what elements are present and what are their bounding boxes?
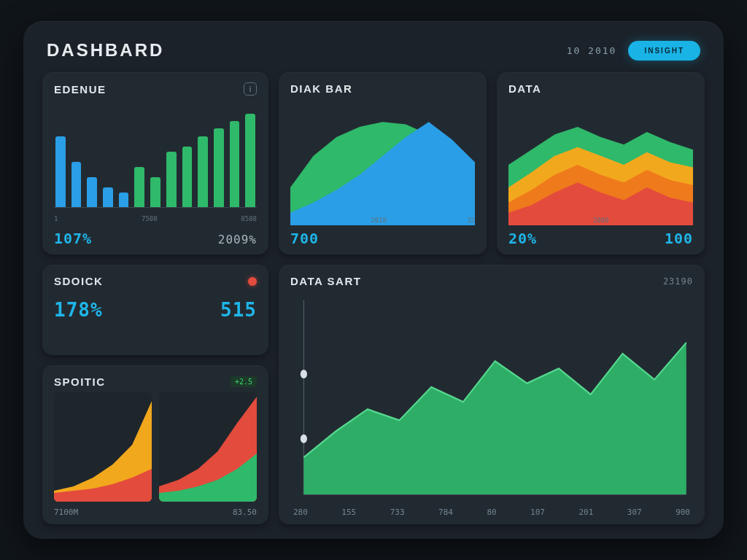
tick: 280 [293, 508, 308, 517]
card-head: DATA SART 23190 [290, 275, 693, 287]
bar [150, 177, 160, 208]
tick: 900 [676, 508, 690, 517]
tick: 15 [467, 217, 475, 224]
tick: 80 [487, 508, 496, 517]
tick: 201 [578, 508, 593, 517]
stat-left: 700 [290, 230, 319, 247]
spoitic-chart-left [54, 392, 152, 502]
axis-marker-icon [301, 435, 307, 443]
bar [182, 147, 193, 208]
stat-right: 100 [665, 230, 693, 247]
axis-line [54, 207, 257, 208]
card-edenue[interactable]: EDENUE i 1 7508 8508 107% 2009% [42, 72, 268, 254]
card-title: DIAK BAR [290, 82, 352, 95]
bar [55, 136, 66, 208]
card-diak-bar[interactable]: DIAK BAR 2018 15 700 [279, 72, 487, 254]
status-dot-icon [248, 277, 257, 286]
card-head: SPOITIC +2.5 [54, 376, 257, 388]
card-footer: 178% 515 [54, 299, 257, 321]
card-footer: 20% 100 [508, 225, 693, 247]
card-title: DATA SART [290, 275, 361, 287]
card-sdoick[interactable]: SDOICK 178% 515 [42, 265, 268, 355]
card-title: SPOITIC [54, 376, 106, 388]
data-sart-chart [290, 292, 693, 503]
tick: 1 [54, 215, 58, 222]
stat-left: 20% [508, 230, 537, 247]
card-title: SDOICK [54, 275, 103, 287]
bar [166, 152, 177, 208]
bar [103, 187, 113, 208]
tick: 8508 [241, 215, 257, 222]
insight-button[interactable]: INSIGHT [628, 41, 700, 61]
x-ticks: 280 155 733 784 80 107 201 307 900 [290, 503, 693, 517]
edenue-chart: 1 7508 8508 [54, 100, 257, 225]
left-column: EDENUE i 1 7508 8508 107% 2009% [42, 72, 268, 524]
foot-left: 7100M [54, 508, 78, 517]
card-footer: 700 [290, 225, 475, 247]
delta-badge: +2.5 [231, 376, 257, 387]
card-footer: 107% 2009% [54, 225, 257, 247]
dashboard-window: DASHBARD 10 2010 INSIGHT EDENUE i 1 7508 [23, 21, 724, 539]
tick: 733 [390, 508, 405, 517]
tick: 107 [530, 508, 545, 517]
data-chart: 2000 [508, 99, 693, 225]
tick: 7508 [142, 215, 158, 222]
card-data[interactable]: DATA 2000 20% 100 [497, 72, 705, 254]
card-title: DATA [508, 82, 541, 95]
foot-right: 83.50 [233, 508, 257, 517]
axis-labels: 2000 [508, 217, 693, 224]
tick: 2018 [371, 217, 387, 224]
info-icon[interactable]: i [244, 82, 257, 96]
bar [134, 167, 144, 208]
spoitic-twin [54, 392, 257, 502]
card-footer: 7100M 83.50 [54, 502, 257, 517]
bar [71, 162, 82, 208]
card-head: DIAK BAR [290, 82, 475, 95]
bar [198, 136, 208, 208]
stat-right: 515 [220, 299, 257, 321]
area-series [303, 343, 686, 494]
bar [245, 114, 255, 208]
card-head: SDOICK [54, 275, 257, 287]
tick: 2000 [593, 217, 609, 224]
grid: EDENUE i 1 7508 8508 107% 2009% [42, 72, 705, 524]
card-head: DATA [508, 82, 693, 95]
card-head: EDENUE i [54, 82, 257, 96]
stat-left: 107% [54, 230, 92, 247]
stat-right: 2009% [218, 233, 257, 246]
header: DASHBARD 10 2010 INSIGHT [42, 37, 705, 72]
bar [230, 121, 240, 208]
card-title: EDENUE [54, 83, 107, 96]
tick: 307 [627, 508, 642, 517]
bar [87, 177, 97, 208]
bar [119, 192, 129, 208]
axis-marker-icon [301, 370, 307, 378]
header-right: 10 2010 INSIGHT [567, 41, 700, 61]
tick: 155 [341, 508, 356, 517]
axis-labels: 1 7508 8508 [54, 215, 257, 222]
card-meta: 23190 [663, 276, 693, 287]
stat-left: 178% [54, 299, 103, 321]
spoitic-chart-right [159, 392, 257, 502]
card-spoitic[interactable]: SPOITIC +2.5 7100M 83.50 [42, 365, 268, 524]
bar [214, 128, 224, 208]
tick: 784 [438, 508, 453, 517]
diak-bar-chart: 2018 15 [290, 99, 475, 225]
page-title: DASHBARD [47, 40, 164, 61]
card-data-sart[interactable]: DATA SART 23190 280 155 733 784 80 107 2… [279, 265, 705, 524]
date-range: 10 2010 [567, 45, 617, 56]
axis-labels: 2018 15 [290, 217, 475, 224]
